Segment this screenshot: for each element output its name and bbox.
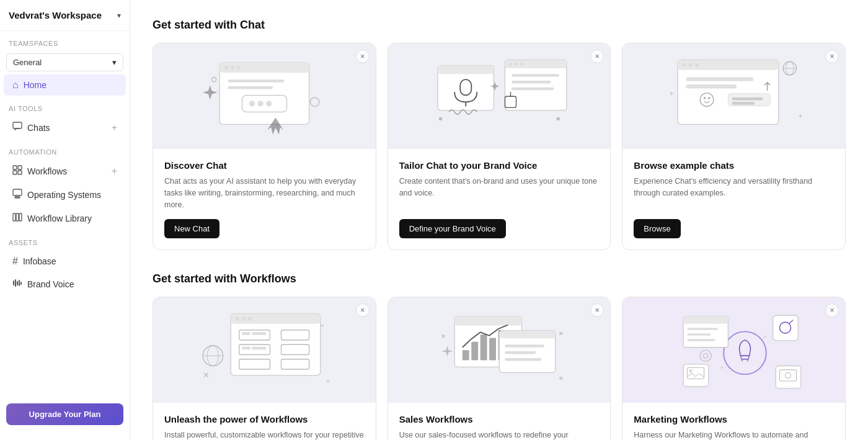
operating-systems-icon [12,189,22,201]
svg-rect-1 [13,166,17,169]
upgrade-button[interactable]: Upgrade Your Plan [6,403,123,425]
new-chat-button[interactable]: New Chat [164,219,219,238]
unleash-workflows-body: Unleash the power of Workflows Install p… [153,403,376,440]
svg-rect-14 [20,282,22,285]
svg-point-17 [224,66,228,70]
discover-chat-illustration: × [153,43,376,149]
svg-point-68 [248,317,252,321]
svg-text:+: + [321,321,324,329]
teamspace-dropdown[interactable]: General ▾ [6,53,123,71]
workflow-section-title: Get started with Workflows [153,272,846,285]
svg-rect-2 [18,166,22,169]
svg-point-97 [441,334,445,338]
teamspace-value: General [13,58,42,67]
svg-rect-11 [15,279,16,287]
svg-text:+: + [720,364,724,371]
svg-rect-105 [683,317,728,324]
browse-button[interactable]: Browse [634,219,680,238]
unleash-workflows-close[interactable]: × [356,303,370,317]
workflows-add-icon[interactable]: + [112,166,117,177]
svg-text:+: + [799,112,803,120]
svg-point-36 [520,62,523,65]
sidebar: Vedvrat's Workspace ▾ Teamspaces General… [0,0,130,440]
sidebar-item-operating-systems[interactable]: Operating Systems [4,184,126,206]
discover-chat-card: × [153,43,376,250]
svg-point-25 [266,101,272,106]
svg-rect-89 [480,334,487,361]
marketing-workflows-body: Marketing Workflows Harness our Marketin… [622,403,845,440]
svg-rect-4 [18,171,22,174]
svg-point-119 [704,354,708,358]
unleash-workflows-desc: Install powerful, customizable workflows… [164,429,365,440]
svg-rect-50 [686,84,737,88]
sidebar-item-workflows[interactable]: Workflows + [4,160,126,182]
svg-text:✕: ✕ [203,371,210,380]
sidebar-item-workflow-library[interactable]: Workflow Library [4,207,126,230]
example-chats-card: × [622,43,846,250]
example-chats-illustration: × [622,43,845,149]
svg-point-118 [700,350,711,361]
discover-chat-title: Discover Chat [164,160,365,171]
workflow-cards-grid: × [153,297,846,440]
svg-rect-96 [505,358,541,361]
svg-point-48 [695,63,699,66]
marketing-workflows-card: × [622,297,846,440]
svg-point-27 [310,97,319,106]
marketing-workflows-illustration: × [622,297,845,403]
sidebar-item-home[interactable]: ⌂ Home [4,74,126,96]
brand-voice-close[interactable]: × [590,50,604,63]
infobase-label: Infobase [23,256,56,266]
define-brand-voice-button[interactable]: Define your Brand Voice [399,219,506,238]
sidebar-item-infobase[interactable]: # Infobase [4,251,126,272]
svg-point-24 [257,101,263,106]
brand-voice-card: × [388,43,611,250]
chats-label: Chats [27,123,50,133]
discover-chat-desc: Chat acts as your AI assistant to help y… [164,176,365,210]
svg-rect-53 [732,102,755,105]
infobase-icon: # [12,256,18,267]
svg-point-56 [708,97,711,99]
svg-rect-108 [688,339,715,341]
svg-rect-106 [688,328,719,330]
brand-voice-desc: Create content that's on-brand and uses … [399,176,600,210]
svg-point-100 [724,331,766,374]
svg-point-99 [559,377,562,380]
svg-rect-45 [678,60,779,70]
chats-add-icon[interactable]: + [112,122,117,133]
marketing-workflows-desc: Harness our Marketing Workflows to autom… [634,429,834,440]
brand-voice-label: Brand Voice [27,279,74,289]
chat-icon [12,122,22,134]
teamspace-chevron-icon: ▾ [112,58,117,67]
svg-point-66 [236,317,239,321]
svg-point-42 [438,117,441,120]
svg-rect-71 [252,332,266,335]
discover-chat-close[interactable]: × [356,50,370,63]
svg-text:+: + [670,89,674,98]
svg-rect-5 [13,189,22,195]
sidebar-item-brand-voice[interactable]: Brand Voice [4,273,126,295]
example-chats-close[interactable]: × [825,50,839,63]
svg-point-43 [556,117,559,120]
svg-rect-37 [512,74,559,77]
sales-workflows-close[interactable]: × [590,303,604,317]
svg-rect-88 [471,342,478,361]
workflows-icon [12,165,22,177]
operating-systems-label: Operating Systems [27,190,101,200]
svg-rect-90 [489,338,496,360]
example-chats-title: Browse example chats [634,160,834,171]
sidebar-item-chats[interactable]: Chats + [4,117,126,139]
svg-text:+: + [326,377,330,385]
workflows-label: Workflows [27,166,67,176]
svg-rect-8 [16,213,19,221]
svg-point-18 [231,66,234,70]
sales-workflows-card: × [388,297,611,440]
sales-workflows-desc: Use our sales-focused workflows to redef… [399,429,600,440]
marketing-workflows-close[interactable]: × [825,303,839,317]
svg-rect-73 [242,347,250,350]
ai-tools-label: AI Tools [0,96,130,116]
unleash-workflows-title: Unleash the power of Workflows [164,414,365,424]
brand-voice-title: Tailor Chat to your Brand Voice [399,160,600,171]
svg-point-98 [559,331,562,334]
workspace-header[interactable]: Vedvrat's Workspace ▾ [0,0,130,31]
unleash-workflows-illustration: × [153,297,376,403]
